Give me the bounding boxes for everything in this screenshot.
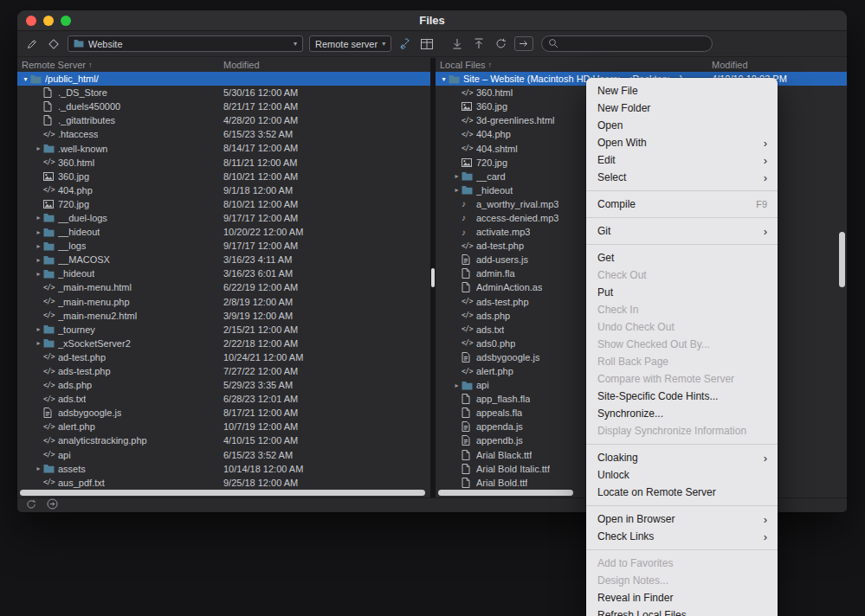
- menu-item-refresh-local-files[interactable]: Refresh Local Files: [586, 606, 778, 616]
- audio-icon: ♪: [462, 213, 476, 222]
- menu-item-open[interactable]: Open: [586, 117, 778, 134]
- disclosure-closed-icon[interactable]: ▸: [34, 256, 43, 264]
- remote-file-row-ds-store[interactable]: ._DS_Store5/30/16 12:00 AM: [17, 86, 430, 99]
- menu-item-put[interactable]: Put: [586, 284, 778, 301]
- chevron-down-icon: ▾: [294, 40, 297, 48]
- remote-file-row-main-menu2-html[interactable]: </>_main-menu2.html3/9/19 12:00 AM: [17, 309, 430, 323]
- splitter-drag-handle[interactable]: [431, 268, 435, 287]
- remote-file-row-ads-txt[interactable]: </>ads.txt6/28/23 12:01 AM: [17, 392, 430, 406]
- remote-file-row-duels450000[interactable]: ._duels4500008/21/17 12:00 AM: [17, 99, 430, 113]
- menu-item-get[interactable]: Get: [586, 249, 778, 266]
- menu-item-check-links[interactable]: Check Links›: [586, 528, 778, 545]
- menu-item-compile[interactable]: CompileF9: [586, 196, 778, 213]
- disclosure-closed-icon[interactable]: ▸: [34, 144, 43, 152]
- put-files-icon[interactable]: [471, 36, 487, 52]
- menu-item-synchronize[interactable]: Synchronize...: [586, 405, 778, 422]
- disclosure-closed-icon[interactable]: ▸: [34, 325, 43, 333]
- disclosure-closed-icon[interactable]: ▸: [34, 242, 43, 250]
- local-files-header-label: Local Files: [440, 60, 486, 70]
- menu-item-reveal-in-finder[interactable]: Reveal in Finder: [586, 589, 778, 606]
- disclosure-closed-icon[interactable]: ▸: [452, 186, 462, 194]
- menu-item-label: New File: [597, 85, 638, 97]
- menu-item-open-with[interactable]: Open With›: [586, 134, 778, 151]
- menu-item-cloaking[interactable]: Cloaking›: [586, 449, 778, 466]
- remote-file-row-main-menu-php[interactable]: </>_main-menu.php2/8/19 12:00 AM: [17, 295, 430, 309]
- file-name: 404.php: [476, 129, 511, 139]
- menu-item-git[interactable]: Git›: [586, 222, 778, 240]
- remote-file-row-api[interactable]: </>api6/15/23 3:52 AM: [17, 448, 430, 462]
- disclosure-closed-icon[interactable]: ▸: [452, 382, 462, 389]
- scrollbar-thumb[interactable]: [20, 490, 425, 496]
- close-button[interactable]: [26, 16, 36, 26]
- disclosure-open-icon[interactable]: ▾: [21, 75, 30, 83]
- page-icon: [43, 87, 58, 98]
- code-icon: </>: [43, 451, 58, 459]
- remote-file-row-well-known[interactable]: ▸.well-known8/14/17 12:00 AM: [17, 141, 430, 155]
- menu-item-unlock[interactable]: Unlock: [586, 466, 778, 484]
- zoom-button[interactable]: [61, 16, 71, 26]
- minimize-button[interactable]: [43, 16, 54, 26]
- remote-file-row-main-menu-html[interactable]: </>_main-menu.html6/22/19 12:00 AM: [17, 280, 430, 294]
- disclosure-closed-icon[interactable]: ▸: [34, 214, 43, 221]
- remote-file-row-xsocketserver2[interactable]: ▸_xSocketServer22/22/18 12:00 AM: [17, 337, 430, 350]
- scrollbar-thumb[interactable]: [839, 232, 845, 287]
- site-dropdown[interactable]: Website ▾: [68, 35, 303, 52]
- remote-file-row-htaccess[interactable]: </>.htaccess6/15/23 3:52 AM: [17, 127, 430, 141]
- disclosure-closed-icon[interactable]: ▸: [34, 228, 43, 236]
- modified-column-header[interactable]: Modified: [712, 58, 748, 72]
- disclosure-closed-icon[interactable]: ▸: [452, 172, 462, 180]
- search-input[interactable]: [563, 39, 706, 49]
- remote-file-row-alert-php[interactable]: </>alert.php10/7/19 12:00 AM: [17, 420, 430, 433]
- remote-server-column-header[interactable]: Remote Server ↑: [17, 60, 92, 70]
- remote-file-row-aus-pdf-txt[interactable]: </>aus_pdf.txt9/25/18 12:00 AM: [17, 476, 430, 489]
- remote-file-row-gitattributes[interactable]: ._gitattributes4/28/20 12:00 AM: [17, 113, 430, 127]
- remote-file-row-macosx[interactable]: ▸__MACOSX3/16/23 4:11 AM: [17, 253, 430, 266]
- remote-file-row-assets[interactable]: ▸assets10/14/18 12:00 AM: [17, 462, 430, 476]
- manage-sites-icon[interactable]: [24, 36, 40, 52]
- remote-file-row-logs[interactable]: ▸__logs9/17/17 12:00 AM: [17, 239, 430, 253]
- remote-file-row-hideout[interactable]: ▸__hideout10/20/22 12:00 AM: [17, 225, 430, 239]
- remote-file-row-360-html[interactable]: </>360.html8/11/21 12:00 AM: [17, 156, 430, 170]
- remote-file-row-ads-test-php[interactable]: </>ads-test.php7/27/22 12:00 AM: [17, 364, 430, 378]
- disclosure-closed-icon[interactable]: ▸: [34, 339, 43, 347]
- site-view-icon[interactable]: [46, 36, 61, 52]
- title-bar[interactable]: Files: [17, 10, 847, 31]
- remote-horizontal-scrollbar[interactable]: [17, 489, 430, 497]
- remote-file-row-analyticstracking-php[interactable]: </>analyticstracking.php4/10/15 12:00 AM: [17, 433, 430, 447]
- menu-item-label: Edit: [597, 154, 616, 166]
- disclosure-open-icon[interactable]: ▾: [439, 75, 449, 83]
- connect-icon[interactable]: [397, 36, 413, 52]
- get-files-icon[interactable]: [449, 36, 465, 52]
- refresh-icon[interactable]: [493, 36, 508, 52]
- remote-file-row-404-php[interactable]: </>404.php9/1/18 12:00 AM: [17, 183, 430, 197]
- menu-item-new-file[interactable]: New File: [586, 82, 778, 99]
- search-field[interactable]: [541, 35, 713, 52]
- remote-file-row-hideout[interactable]: ▸_hideout3/16/23 6:01 AM: [17, 266, 430, 280]
- remote-file-row-public-html[interactable]: ▾/public_html/: [17, 72, 430, 86]
- file-modified-date: 8/14/17 12:00 AM: [223, 141, 298, 155]
- local-files-column-header[interactable]: Local Files ↑: [436, 60, 492, 70]
- menu-item-new-folder[interactable]: New Folder: [586, 99, 778, 117]
- scrollbar-thumb[interactable]: [438, 490, 573, 496]
- status-refresh-icon[interactable]: [26, 497, 36, 513]
- menu-item-locate-on-remote-server[interactable]: Locate on Remote Server: [586, 484, 778, 501]
- disclosure-closed-icon[interactable]: ▸: [34, 465, 43, 472]
- remote-file-row-360-jpg[interactable]: 360.jpg8/10/21 12:00 AM: [17, 170, 430, 183]
- modified-column-header[interactable]: Modified: [223, 58, 260, 72]
- view-dropdown[interactable]: Remote server ▾: [309, 35, 391, 52]
- remote-file-row-ads-php[interactable]: </>ads.php5/29/23 3:35 AM: [17, 378, 430, 392]
- remote-file-row-ad-test-php[interactable]: </>ad-test.php10/24/21 12:00 AM: [17, 350, 430, 364]
- menu-item-open-in-browser[interactable]: Open in Browser›: [586, 510, 778, 528]
- menu-item-site-specific-code-hints[interactable]: Site-Specific Code Hints...: [586, 388, 778, 405]
- remote-file-row-duel-logs[interactable]: ▸__duel-logs9/17/17 12:00 AM: [17, 211, 430, 225]
- remote-file-row-adsbygoogle-js[interactable]: adsbygoogle.js8/17/21 12:00 AM: [17, 406, 430, 420]
- disclosure-closed-icon[interactable]: ▸: [34, 270, 43, 278]
- remote-file-row-tourney[interactable]: ▸_tourney2/15/21 12:00 AM: [17, 323, 430, 337]
- local-vertical-scrollbar[interactable]: [838, 72, 847, 489]
- menu-item-select[interactable]: Select›: [586, 169, 778, 186]
- remote-file-row-720-jpg[interactable]: 720.jpg8/10/21 12:00 AM: [17, 197, 430, 211]
- split-view-icon[interactable]: [419, 36, 435, 52]
- file-activity-log-icon[interactable]: [47, 497, 58, 513]
- expand-panel-icon[interactable]: [514, 36, 533, 51]
- menu-item-edit[interactable]: Edit›: [586, 151, 778, 169]
